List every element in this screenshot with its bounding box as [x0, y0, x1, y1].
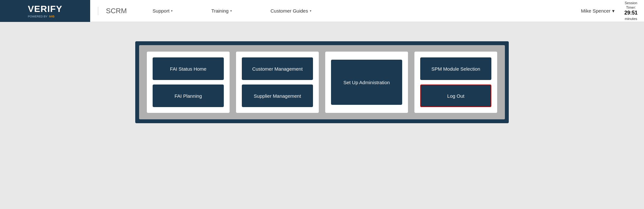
inner-panel: FAI Status Home FAI Planning Customer Ma… — [139, 45, 505, 119]
spm-module-selection-button[interactable]: SPM Module Selection — [420, 57, 491, 80]
nav-customer-guides[interactable]: Customer Guides ▾ — [270, 8, 311, 14]
outer-panel: FAI Status Home FAI Planning Customer Ma… — [135, 41, 509, 123]
card-group-management: Customer Management Supplier Management — [236, 52, 319, 113]
fai-status-home-button[interactable]: FAI Status Home — [153, 57, 224, 80]
navbar-right: Mike Spencer ▾ Session Timer: 29:51 minu… — [581, 1, 638, 21]
set-up-administration-button[interactable]: Set Up Administration — [331, 60, 402, 105]
nav-training[interactable]: Training ▾ — [211, 8, 232, 14]
chevron-down-icon: ▾ — [612, 8, 615, 14]
logo-powered: POWERED BY IVIS — [28, 15, 54, 18]
customer-management-button[interactable]: Customer Management — [242, 57, 313, 80]
session-timer: Session Timer: 29:51 minutes — [624, 1, 638, 21]
navbar: VERIFY POWERED BY IVIS SCRM Support ▾ Tr… — [0, 0, 644, 22]
supplier-management-button[interactable]: Supplier Management — [242, 85, 313, 107]
chevron-down-icon: ▾ — [310, 9, 311, 13]
fai-planning-button[interactable]: FAI Planning — [153, 85, 224, 107]
card-group-fai: FAI Status Home FAI Planning — [147, 52, 230, 113]
log-out-button[interactable]: Log Out — [420, 85, 491, 107]
logo: VERIFY POWERED BY IVIS — [28, 4, 62, 18]
chevron-down-icon: ▾ — [230, 9, 232, 13]
scrm-label: SCRM — [98, 7, 127, 15]
nav-menu: Support ▾ Training ▾ Customer Guides ▾ — [153, 8, 581, 14]
logo-text: VERIFY — [28, 4, 62, 14]
main-content: FAI Status Home FAI Planning Customer Ma… — [0, 22, 644, 143]
card-group-admin: Set Up Administration — [325, 52, 408, 113]
user-menu[interactable]: Mike Spencer ▾ — [581, 8, 615, 14]
logo-area: VERIFY POWERED BY IVIS — [0, 0, 90, 22]
nav-support[interactable]: Support ▾ — [153, 8, 173, 14]
chevron-down-icon: ▾ — [171, 9, 173, 13]
card-group-spm: SPM Module Selection Log Out — [414, 52, 497, 113]
logo-ivis: IVIS — [49, 15, 54, 18]
